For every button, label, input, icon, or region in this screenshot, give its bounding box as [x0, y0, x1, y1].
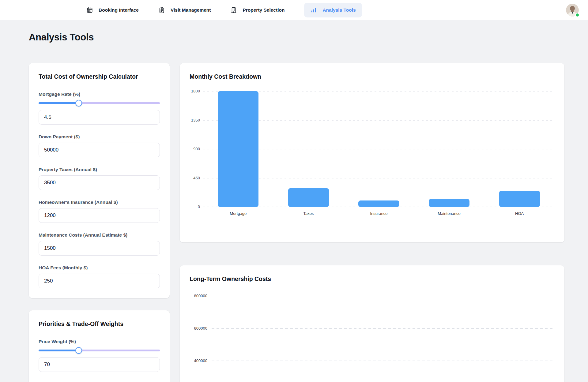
slider-fill: [39, 102, 79, 104]
plot-area: [203, 91, 555, 207]
page-title: Analysis Tools: [29, 31, 564, 43]
calendar-icon: [86, 7, 93, 13]
axis-spacer: [190, 211, 203, 216]
bar-mortgage[interactable]: [218, 91, 258, 207]
insurance-label: Homeowner's Insurance (Annual $): [39, 200, 160, 205]
property-taxes-label: Property Taxes (Annual $): [39, 167, 160, 172]
down-payment-label: Down Payment ($): [39, 134, 160, 139]
bar-insurance[interactable]: [358, 200, 399, 207]
tab-visit-management[interactable]: Visit Management: [158, 7, 211, 13]
clipboard-icon: [158, 7, 165, 13]
hoa-fees-label: HOA Fees (Monthly $): [39, 265, 160, 270]
maintenance-label: Maintenance Costs (Annual Estimate $): [39, 233, 160, 238]
left-column: Total Cost of Ownership Calculator Mortg…: [29, 63, 170, 382]
bar-chart-icon: [310, 7, 317, 13]
tab-property-selection[interactable]: Property Selection: [230, 7, 285, 13]
priorities-card: Priorities & Trade-Off Weights Price Wei…: [29, 310, 170, 382]
nav-tabs: Booking Interface Visit Management: [86, 0, 362, 20]
price-weight-input[interactable]: [39, 357, 160, 372]
bars: [203, 91, 555, 207]
bar-slot: [484, 91, 555, 207]
gridline-row-600000: 600000: [190, 326, 555, 331]
long-term-costs-card: Long-Term Ownership Costs 80000060000040…: [180, 265, 564, 382]
bar-slot: [203, 91, 273, 207]
y-tick-label: 0: [198, 204, 200, 209]
y-tick-label: 1800: [191, 89, 200, 94]
property-taxes-field: Property Taxes (Annual $): [39, 167, 160, 190]
mortgage-rate-input[interactable]: [39, 110, 160, 125]
slider-fill: [39, 350, 79, 351]
insurance-field: Homeowner's Insurance (Annual $): [39, 200, 160, 223]
x-tick-label: Taxes: [273, 211, 344, 216]
y-tick-label: 450: [193, 176, 200, 181]
mortgage-rate-slider[interactable]: [39, 100, 160, 106]
gridline: [212, 361, 555, 361]
tab-label: Property Selection: [243, 7, 285, 13]
tab-booking-interface[interactable]: Booking Interface: [86, 7, 139, 13]
gridline: [212, 296, 555, 296]
right-column: Monthly Cost Breakdown 045090013501800 M…: [180, 63, 564, 382]
x-axis-labels: MortgageTaxesInsuranceMaintenanceHOA: [190, 211, 555, 216]
maintenance-field: Maintenance Costs (Annual Estimate $): [39, 233, 160, 256]
x-tick-label: Maintenance: [414, 211, 484, 216]
y-tick-label: 1350: [191, 118, 200, 123]
hoa-fees-input[interactable]: [39, 274, 160, 288]
mortgage-rate-field: Mortgage Rate (%): [39, 92, 160, 125]
x-tick-label: HOA: [484, 211, 555, 216]
slider-thumb[interactable]: [75, 100, 82, 107]
gridline-row-800000: 800000: [190, 294, 555, 298]
long-term-costs-title: Long-Term Ownership Costs: [190, 275, 555, 283]
gridline: [212, 328, 555, 329]
maintenance-input[interactable]: [39, 241, 160, 256]
monthly-cost-breakdown-card: Monthly Cost Breakdown 045090013501800 M…: [180, 63, 564, 242]
building-icon: [230, 7, 237, 13]
price-weight-field: Price Weight (%): [39, 339, 160, 372]
hoa-fees-field: HOA Fees (Monthly $): [39, 265, 160, 288]
y-tick-label: 600000: [190, 326, 207, 331]
bar-slot: [344, 91, 414, 207]
tab-label: Visit Management: [171, 7, 211, 13]
down-payment-field: Down Payment ($): [39, 134, 160, 157]
property-taxes-input[interactable]: [39, 175, 160, 190]
y-tick-label: 900: [193, 147, 200, 152]
tab-analysis-tools[interactable]: Analysis Tools: [304, 3, 362, 17]
bar-hoa[interactable]: [499, 191, 540, 207]
insurance-input[interactable]: [39, 208, 160, 223]
tco-calculator-title: Total Cost of Ownership Calculator: [39, 73, 160, 80]
long-term-chart-plot: 800000600000400000200000: [190, 294, 555, 382]
bar-slot: [273, 91, 344, 207]
online-status-dot: [575, 13, 579, 17]
x-tick-label: Insurance: [344, 211, 414, 216]
x-tick-label: Mortgage: [203, 211, 273, 216]
tco-calculator-card: Total Cost of Ownership Calculator Mortg…: [29, 63, 170, 298]
avatar[interactable]: [566, 4, 579, 17]
top-nav: Booking Interface Visit Management: [0, 0, 588, 20]
bar-taxes[interactable]: [288, 188, 329, 207]
tab-label: Booking Interface: [99, 7, 139, 13]
main-content: Analysis Tools Total Cost of Ownership C…: [0, 31, 588, 382]
mortgage-rate-label: Mortgage Rate (%): [39, 92, 160, 97]
gridline-row-400000: 400000: [190, 358, 555, 363]
monthly-cost-breakdown-title: Monthly Cost Breakdown: [190, 73, 555, 80]
monthly-cost-chart: 045090013501800: [190, 91, 555, 207]
slider-thumb[interactable]: [75, 347, 82, 354]
tab-label: Analysis Tools: [322, 7, 356, 13]
down-payment-input[interactable]: [39, 143, 160, 157]
price-weight-label: Price Weight (%): [39, 339, 160, 344]
content-columns: Total Cost of Ownership Calculator Mortg…: [29, 63, 564, 382]
y-axis-labels: 045090013501800: [190, 91, 203, 207]
y-tick-label: 400000: [190, 358, 207, 363]
priorities-title: Priorities & Trade-Off Weights: [39, 320, 160, 328]
bar-maintenance[interactable]: [429, 199, 469, 207]
bar-slot: [414, 91, 484, 207]
y-tick-label: 800000: [190, 294, 207, 298]
price-weight-slider[interactable]: [39, 347, 160, 354]
